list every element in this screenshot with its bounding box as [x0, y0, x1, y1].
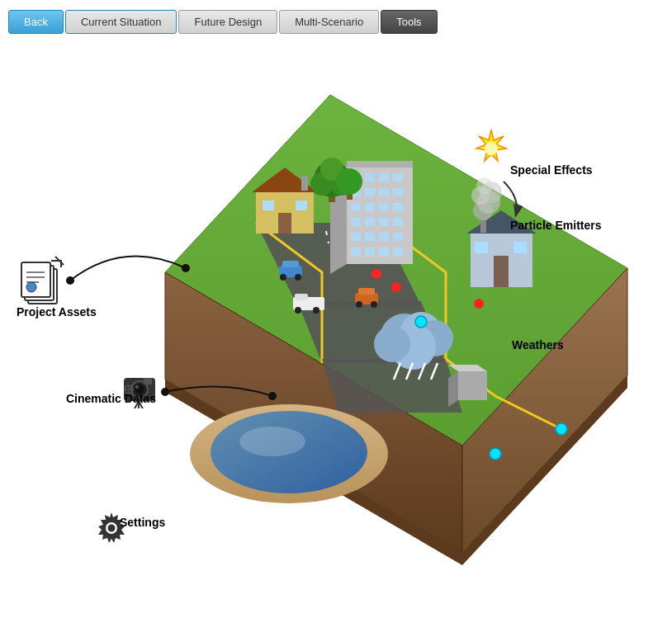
project-assets-label: Project Assets [17, 305, 97, 318]
svg-rect-32 [393, 203, 403, 211]
svg-rect-36 [393, 218, 403, 226]
svg-rect-19 [301, 176, 308, 191]
svg-point-111 [135, 385, 139, 389]
svg-point-71 [295, 274, 301, 281]
svg-rect-39 [379, 233, 389, 241]
svg-rect-31 [379, 203, 389, 211]
svg-rect-28 [393, 188, 403, 196]
svg-rect-17 [263, 200, 274, 210]
svg-rect-26 [365, 188, 375, 196]
svg-rect-40 [393, 233, 403, 241]
svg-point-121 [108, 525, 116, 532]
svg-point-98 [415, 316, 427, 328]
svg-rect-23 [379, 173, 389, 182]
settings-label: Settings [120, 516, 165, 529]
project-assets-icon[interactable] [18, 254, 72, 311]
tab-tools[interactable]: Tools [381, 10, 437, 34]
tab-multi-scenario[interactable]: Multi-Scenario [279, 10, 379, 34]
svg-point-97 [474, 299, 484, 309]
svg-rect-29 [351, 203, 361, 211]
svg-rect-51 [513, 242, 527, 253]
top-navigation: Back Current Situation Future Design Mul… [8, 10, 438, 34]
main-scene: Project Assets Cinematic Datas Settings … [0, 50, 672, 618]
svg-point-107 [26, 282, 36, 292]
svg-point-78 [295, 307, 301, 314]
svg-point-100 [556, 423, 567, 435]
tab-current-situation[interactable]: Current Situation [65, 10, 177, 34]
cinematic-datas-label: Cinematic Datas [66, 392, 156, 405]
particle-emitters-label: Particle Emitters [510, 219, 602, 232]
back-button[interactable]: Back [8, 10, 64, 34]
svg-rect-38 [365, 233, 375, 241]
svg-rect-27 [379, 188, 389, 196]
svg-point-70 [280, 274, 286, 281]
svg-rect-69 [282, 261, 299, 267]
svg-point-79 [313, 307, 319, 314]
svg-point-95 [371, 269, 381, 279]
svg-rect-73 [358, 288, 375, 295]
svg-point-67 [336, 168, 362, 195]
svg-marker-10 [322, 359, 462, 413]
svg-point-57 [476, 177, 493, 194]
svg-point-91 [182, 264, 190, 272]
weathers-label: Weathers [512, 338, 564, 351]
svg-rect-30 [365, 203, 375, 211]
svg-rect-103 [21, 262, 50, 297]
svg-rect-43 [379, 248, 389, 256]
svg-rect-22 [365, 173, 375, 182]
tab-future-design[interactable]: Future Design [178, 10, 277, 34]
svg-point-93 [268, 392, 277, 400]
svg-rect-45 [347, 161, 413, 167]
svg-point-90 [485, 142, 498, 155]
svg-rect-34 [365, 218, 375, 226]
settings-gear-icon[interactable] [91, 507, 132, 552]
special-effects-label: Special Effects [510, 163, 593, 177]
svg-rect-24 [393, 173, 403, 182]
svg-rect-50 [475, 242, 488, 253]
svg-rect-49 [494, 256, 509, 287]
svg-rect-41 [351, 248, 361, 256]
svg-point-13 [239, 427, 305, 456]
svg-point-75 [371, 301, 377, 308]
svg-rect-18 [296, 200, 307, 210]
svg-rect-35 [379, 218, 389, 226]
svg-point-74 [356, 301, 362, 308]
svg-rect-16 [278, 213, 291, 234]
svg-point-99 [490, 448, 501, 460]
svg-rect-37 [351, 233, 361, 241]
svg-rect-33 [351, 218, 361, 226]
svg-point-84 [374, 326, 410, 362]
svg-point-96 [391, 282, 401, 292]
svg-rect-58 [458, 371, 487, 400]
svg-rect-44 [393, 248, 403, 256]
svg-rect-112 [144, 378, 152, 384]
svg-rect-77 [295, 294, 308, 300]
svg-rect-42 [365, 248, 375, 256]
